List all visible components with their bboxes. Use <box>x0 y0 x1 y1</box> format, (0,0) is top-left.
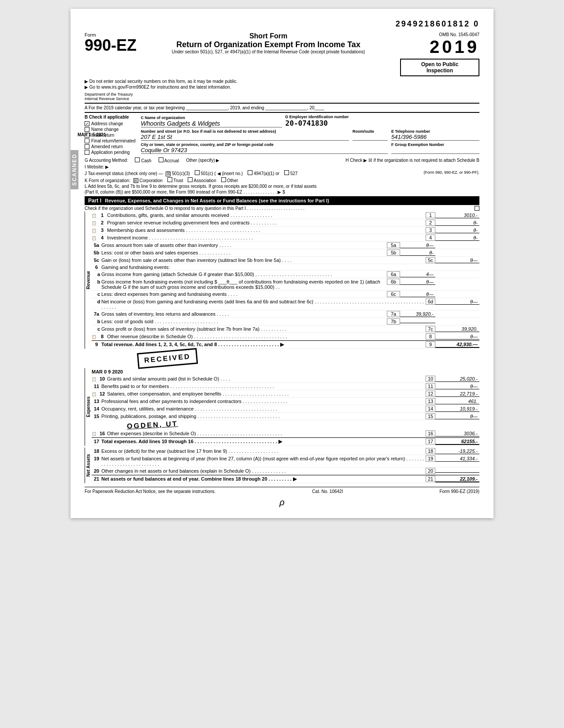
line-5c: 5c Gain or (loss) from sale of assets ot… <box>92 257 479 264</box>
expenses-label: Expenses <box>85 368 92 446</box>
line-7c: c Gross profit or (loss) from sales of i… <box>92 325 479 333</box>
open-inspection-box: Open to Public Inspection <box>400 59 479 76</box>
line-14: 14 Occupancy, rent, utilities, and maint… <box>92 405 479 413</box>
org-name-row: C Name of organization Whoorits Gadgets … <box>141 115 479 127</box>
net-assets-label: Net Assets <box>85 448 92 483</box>
mar-label: MAR 1 5 2021 <box>78 132 106 137</box>
form-page: SCANNED MAR 1 5 2021 2949218601812 0 For… <box>70 9 494 518</box>
line-1-col: 1 <box>426 212 435 218</box>
line-18: 18 Excess or (deficit) for the year (sub… <box>92 448 479 455</box>
net-assets-section: Net Assets 18 Excess or (deficit) for th… <box>85 448 479 483</box>
line-7a: 7a Gross sales of inventory, less return… <box>92 310 479 318</box>
accounting-row: G Accounting Method: Cash Accrual Other … <box>85 157 479 163</box>
ein-value: 20-0741830 <box>286 119 328 127</box>
part1-check-row: Check if the organization used Schedule … <box>85 206 479 211</box>
form-number: 990-EZ <box>85 37 137 53</box>
ogden-stamp: OGDEN, UT <box>127 420 178 430</box>
website-row: I Website: ▶ <box>85 164 479 169</box>
check-applicable-label: B Check if applicable <box>85 115 136 119</box>
line-1-desc: Contributions, gifts, grants, and simila… <box>107 213 426 218</box>
line-21: 21 Net assets or fund balances at end of… <box>92 475 479 483</box>
line-19: 19 Net assets or fund balances at beginn… <box>92 455 479 467</box>
application-pending-checkbox <box>85 150 89 155</box>
room-suite-label: Room/suite <box>352 129 388 134</box>
footer-paperwork: For Paperwork Reduction Act Notice, see … <box>85 489 215 494</box>
org-name-value: Whoorits Gadgets & Widgets <box>141 120 282 127</box>
address-value: 207 E 1st St <box>141 134 349 141</box>
signature-line: ρ <box>85 497 479 508</box>
inspection-label: Inspection <box>404 67 475 74</box>
h-check-label: H Check ▶ ☒ if the organization is not r… <box>345 158 479 163</box>
line-2: 📋 2 Program service revenue including go… <box>92 219 479 227</box>
form-number-section: Form 990-EZ <box>85 32 137 53</box>
instructions-section: ▶ Do not enter social security numbers o… <box>85 79 479 90</box>
tax-year: 2019 <box>400 37 479 57</box>
line-3-amount: θ- <box>435 228 479 233</box>
name-change-check: Name change <box>85 127 136 132</box>
line-6d: d Net income or (loss) from gaming and f… <box>92 298 479 310</box>
line-4-num: 4 <box>97 235 107 240</box>
short-form-title: Short Form <box>142 32 395 40</box>
line-6b: b Gross income from fundraising events (… <box>92 278 479 291</box>
line-2-amount: θ- <box>435 220 479 226</box>
line-3-desc: Membership dues and assessments . . . . … <box>107 228 426 233</box>
line-6c: c Less: direct expenses from gaming and … <box>92 291 479 298</box>
name-change-checkbox <box>85 127 89 132</box>
line-9: 9 Total revenue. Add lines 1, 2, 3, 4, 5… <box>92 340 479 349</box>
footer-cat: Cat. No. 10642I <box>312 489 343 494</box>
mar-date-area: MAR 0 9 2020 <box>92 369 479 374</box>
divider-1 <box>85 103 479 104</box>
line-5c-desc: Gain or (loss) from sale of assets other… <box>101 258 426 263</box>
ein-label: D Employer Identification number <box>286 115 349 119</box>
city-row: City or town, state or province, country… <box>141 142 479 154</box>
address-row: Number and street (or P.O. box if mail i… <box>141 129 479 141</box>
line-3-num: 3 <box>97 228 107 233</box>
line-12: 📋 12 Salaries, other compensation, and e… <box>92 390 479 398</box>
address-change-checkbox: ✓ <box>85 121 89 126</box>
revenue-section: Revenue 📋 1 Contributions, gifts, grants… <box>85 212 479 349</box>
main-title: Return of Organization Exempt From Incom… <box>142 40 395 49</box>
group-exemption-value <box>391 147 479 154</box>
omb-number: OMB No. 1545-0047 <box>400 32 479 37</box>
line-1-num: 1 <box>97 213 107 218</box>
org-info-section: C Name of organization Whoorits Gadgets … <box>141 115 479 156</box>
phone-value: 541/396-5986 <box>391 134 479 141</box>
schedule-o-checkbox <box>475 206 479 211</box>
form-org-row: K Form of organization: ☒ Corporation Tr… <box>85 177 479 183</box>
address-label: Number and street (or P.O. box if mail i… <box>141 129 349 134</box>
line-2-num: 2 <box>97 220 107 225</box>
form-header: Form 990-EZ Short Form Return of Organiz… <box>85 32 479 76</box>
dept-row: Department of the Treasury Internal Reve… <box>85 92 479 101</box>
line-2-col: 2 <box>426 220 435 226</box>
line-3: 📋 3 Membership dues and assessments . . … <box>92 227 479 234</box>
line-20: 20 Other changes in net assets or fund b… <box>92 467 479 475</box>
city-value: Coquille Or 97423 <box>141 147 388 154</box>
section-a: A For the 2019 calendar year, or tax yea… <box>85 105 479 110</box>
revenue-lines: 📋 1 Contributions, gifts, grants, and si… <box>92 212 479 349</box>
line-5a-desc: Gross amount from sale of assets other t… <box>101 243 387 248</box>
line-4-amount: θ- <box>435 235 479 241</box>
expenses-section: Expenses MAR 0 9 2020 📋 10 Grants and si… <box>85 368 479 446</box>
part1-header: Part I Revenue, Expenses, and Changes in… <box>85 196 479 205</box>
line-l2: (Part II, column (B)) are $500,000 or mo… <box>85 190 479 194</box>
revenue-label: Revenue <box>85 212 92 349</box>
final-return-checkbox <box>85 138 89 143</box>
line-1: 📋 1 Contributions, gifts, grants, and si… <box>92 212 479 219</box>
city-label: City or town, state or province, country… <box>141 142 388 147</box>
amended-return-check: Amended return <box>85 144 136 149</box>
subtitle: Under section 501(c), 527, or 4947(a)(1)… <box>142 49 395 54</box>
line-17: 17 Total expenses. Add lines 10 through … <box>92 437 479 446</box>
line-11: 11 Benefits paid to or for members . . .… <box>92 383 479 390</box>
address-change-check: ✓ Address change <box>85 121 136 127</box>
other-accounting: Other (specify) ▶ <box>186 158 219 163</box>
phone-label: E Telephone number <box>391 129 479 134</box>
line-2-desc: Program service revenue including govern… <box>107 220 426 225</box>
check-org-row: B Check if applicable ✓ Address change N… <box>85 115 479 156</box>
amended-return-checkbox <box>85 144 89 149</box>
line-4: 📋 4 Investment income . . . . . . . . . … <box>92 234 479 242</box>
footer-form: Form 990-EZ (2019) <box>439 489 479 494</box>
scanned-label: SCANNED <box>70 150 78 189</box>
tax-status-row: J Tax-exempt status (check only one) — ☒… <box>85 170 479 176</box>
line-4-col: 4 <box>426 235 435 241</box>
line-3-col: 3 <box>426 227 435 233</box>
